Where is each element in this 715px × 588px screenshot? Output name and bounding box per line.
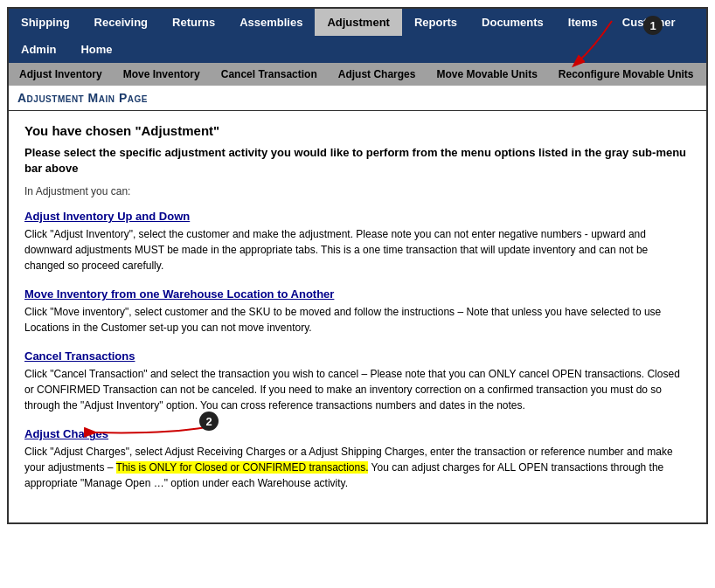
main-heading: You have chosen "Adjustment" <box>24 123 691 138</box>
nav-receiving[interactable]: Receiving <box>82 9 160 36</box>
section-adjust-inventory-desc: Click "Adjust Inventory", select the cus… <box>24 226 691 273</box>
section-cancel-transactions-title[interactable]: Cancel Transactions <box>24 349 135 363</box>
main-content: You have chosen "Adjustment" Please sele… <box>9 111 706 522</box>
annotation-2-badge: 2 <box>199 412 219 431</box>
nav-adjustment[interactable]: Adjustment <box>315 9 402 36</box>
intro-bold: Please select the specific adjustment ac… <box>24 145 691 176</box>
section-adjust-charges-desc: Click "Adjust Charges", select Adjust Re… <box>24 444 691 491</box>
section-move-inventory-title[interactable]: Move Inventory from one Warehouse Locati… <box>24 287 334 301</box>
section-cancel-transactions: Cancel Transactions Click "Cancel Transa… <box>24 349 691 413</box>
badge-1: 1 <box>643 16 663 35</box>
annotation-1: 1 <box>643 16 663 35</box>
section-adjust-inventory: Adjust Inventory Up and Down Click "Adju… <box>24 210 691 273</box>
section-adjust-inventory-title[interactable]: Adjust Inventory Up and Down <box>24 210 190 223</box>
nav-items[interactable]: Items <box>556 9 610 36</box>
badge-2: 2 <box>199 412 219 431</box>
sub-nav: Adjust Inventory Move Inventory Cancel T… <box>9 63 706 86</box>
section-adjust-charges: 2 Adjust Charges Click "Adjust Charges",… <box>24 427 691 491</box>
subnav-adjust-charges[interactable]: Adjust Charges <box>328 65 427 84</box>
subnav-move-movable-units[interactable]: Move Movable Units <box>426 65 547 84</box>
adjust-charges-highlight: This is ONLY for Closed or CONFIRMED tra… <box>116 461 369 474</box>
nav-admin[interactable]: Admin <box>9 36 68 63</box>
section-move-inventory-desc: Click "Move inventory", select customer … <box>24 304 691 336</box>
section-move-inventory: Move Inventory from one Warehouse Locati… <box>24 287 691 336</box>
section-adjust-charges-title[interactable]: Adjust Charges <box>24 427 108 440</box>
nav-returns[interactable]: Returns <box>160 9 227 36</box>
nav-assemblies[interactable]: Assemblies <box>227 9 315 36</box>
subnav-adjust-inventory[interactable]: Adjust Inventory <box>9 65 113 84</box>
nav-reports[interactable]: Reports <box>402 9 469 36</box>
page-container: 1 Shipping Receiving Returns Assemblies … <box>7 7 708 524</box>
page-title-bar: Adjustment Main Page <box>9 86 706 111</box>
page-title: Adjustment Main Page <box>17 91 698 105</box>
section-cancel-transactions-desc: Click "Cancel Transaction" and select th… <box>24 366 691 413</box>
subnav-reconfigure-movable-units[interactable]: Reconfigure Movable Units <box>548 65 705 84</box>
nav-home[interactable]: Home <box>68 36 124 63</box>
intro-text: In Adjustment you can: <box>24 185 691 197</box>
nav-documents[interactable]: Documents <box>469 9 556 36</box>
subnav-cancel-transaction[interactable]: Cancel Transaction <box>211 65 328 84</box>
top-nav: Shipping Receiving Returns Assemblies Ad… <box>9 9 706 63</box>
nav-shipping[interactable]: Shipping <box>9 9 82 36</box>
subnav-move-inventory[interactable]: Move Inventory <box>113 65 211 84</box>
